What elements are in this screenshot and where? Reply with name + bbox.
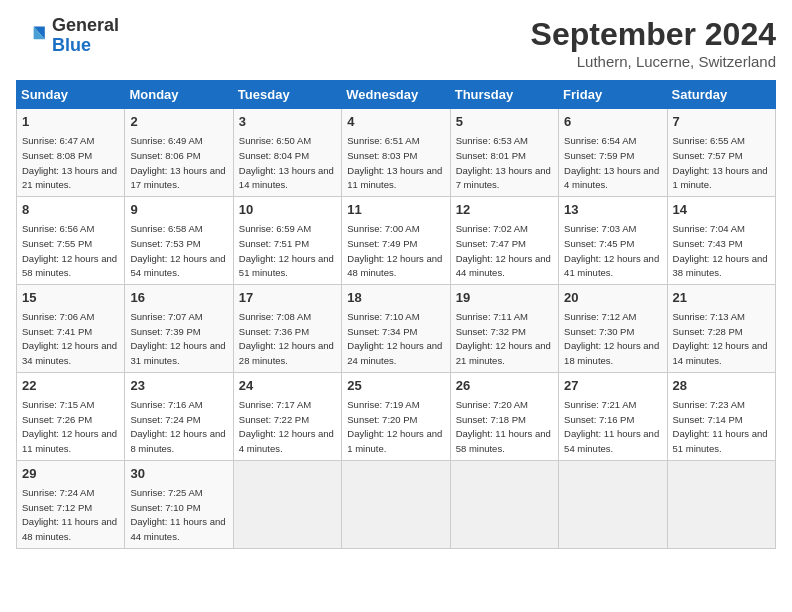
calendar-cell: 2 Sunrise: 6:49 AMSunset: 8:06 PMDayligh… — [125, 109, 233, 197]
calendar-week-1: 1 Sunrise: 6:47 AMSunset: 8:08 PMDayligh… — [17, 109, 776, 197]
cell-info: Sunrise: 7:23 AMSunset: 7:14 PMDaylight:… — [673, 399, 768, 454]
day-number: 30 — [130, 465, 227, 483]
cell-info: Sunrise: 6:58 AMSunset: 7:53 PMDaylight:… — [130, 223, 225, 278]
cell-info: Sunrise: 7:03 AMSunset: 7:45 PMDaylight:… — [564, 223, 659, 278]
calendar-cell: 1 Sunrise: 6:47 AMSunset: 8:08 PMDayligh… — [17, 109, 125, 197]
day-number: 13 — [564, 201, 661, 219]
day-number: 23 — [130, 377, 227, 395]
cell-info: Sunrise: 7:25 AMSunset: 7:10 PMDaylight:… — [130, 487, 225, 542]
day-number: 11 — [347, 201, 444, 219]
cell-info: Sunrise: 7:00 AMSunset: 7:49 PMDaylight:… — [347, 223, 442, 278]
cell-info: Sunrise: 6:47 AMSunset: 8:08 PMDaylight:… — [22, 135, 117, 190]
day-number: 14 — [673, 201, 770, 219]
month-title: September 2024 — [531, 16, 776, 53]
header-wednesday: Wednesday — [342, 81, 450, 109]
header-friday: Friday — [559, 81, 667, 109]
cell-info: Sunrise: 7:07 AMSunset: 7:39 PMDaylight:… — [130, 311, 225, 366]
calendar-cell: 14 Sunrise: 7:04 AMSunset: 7:43 PMDaylig… — [667, 196, 775, 284]
cell-info: Sunrise: 7:21 AMSunset: 7:16 PMDaylight:… — [564, 399, 659, 454]
cell-info: Sunrise: 6:59 AMSunset: 7:51 PMDaylight:… — [239, 223, 334, 278]
day-number: 4 — [347, 113, 444, 131]
calendar-week-5: 29 Sunrise: 7:24 AMSunset: 7:12 PMDaylig… — [17, 460, 776, 548]
cell-info: Sunrise: 7:20 AMSunset: 7:18 PMDaylight:… — [456, 399, 551, 454]
calendar-cell — [559, 460, 667, 548]
header-thursday: Thursday — [450, 81, 558, 109]
calendar-cell: 22 Sunrise: 7:15 AMSunset: 7:26 PMDaylig… — [17, 372, 125, 460]
calendar-cell: 27 Sunrise: 7:21 AMSunset: 7:16 PMDaylig… — [559, 372, 667, 460]
calendar-cell: 12 Sunrise: 7:02 AMSunset: 7:47 PMDaylig… — [450, 196, 558, 284]
calendar-cell: 10 Sunrise: 6:59 AMSunset: 7:51 PMDaylig… — [233, 196, 341, 284]
calendar-cell: 26 Sunrise: 7:20 AMSunset: 7:18 PMDaylig… — [450, 372, 558, 460]
day-number: 3 — [239, 113, 336, 131]
calendar-cell — [233, 460, 341, 548]
calendar-cell: 29 Sunrise: 7:24 AMSunset: 7:12 PMDaylig… — [17, 460, 125, 548]
calendar-cell: 3 Sunrise: 6:50 AMSunset: 8:04 PMDayligh… — [233, 109, 341, 197]
logo-text: General Blue — [52, 16, 119, 56]
calendar-cell: 9 Sunrise: 6:58 AMSunset: 7:53 PMDayligh… — [125, 196, 233, 284]
cell-info: Sunrise: 6:55 AMSunset: 7:57 PMDaylight:… — [673, 135, 768, 190]
cell-info: Sunrise: 6:51 AMSunset: 8:03 PMDaylight:… — [347, 135, 442, 190]
calendar-cell: 8 Sunrise: 6:56 AMSunset: 7:55 PMDayligh… — [17, 196, 125, 284]
calendar-cell: 15 Sunrise: 7:06 AMSunset: 7:41 PMDaylig… — [17, 284, 125, 372]
calendar-cell — [450, 460, 558, 548]
logo-general: General — [52, 16, 119, 36]
day-number: 29 — [22, 465, 119, 483]
day-number: 26 — [456, 377, 553, 395]
day-number: 12 — [456, 201, 553, 219]
day-number: 25 — [347, 377, 444, 395]
cell-info: Sunrise: 7:16 AMSunset: 7:24 PMDaylight:… — [130, 399, 225, 454]
logo: General Blue — [16, 16, 119, 56]
day-number: 2 — [130, 113, 227, 131]
calendar-cell: 30 Sunrise: 7:25 AMSunset: 7:10 PMDaylig… — [125, 460, 233, 548]
calendar-cell: 23 Sunrise: 7:16 AMSunset: 7:24 PMDaylig… — [125, 372, 233, 460]
page-header: General Blue September 2024 Luthern, Luc… — [16, 16, 776, 70]
day-number: 17 — [239, 289, 336, 307]
logo-icon — [16, 20, 48, 52]
day-number: 15 — [22, 289, 119, 307]
day-number: 28 — [673, 377, 770, 395]
cell-info: Sunrise: 7:02 AMSunset: 7:47 PMDaylight:… — [456, 223, 551, 278]
day-number: 19 — [456, 289, 553, 307]
calendar-cell: 16 Sunrise: 7:07 AMSunset: 7:39 PMDaylig… — [125, 284, 233, 372]
header-monday: Monday — [125, 81, 233, 109]
day-number: 1 — [22, 113, 119, 131]
calendar-week-3: 15 Sunrise: 7:06 AMSunset: 7:41 PMDaylig… — [17, 284, 776, 372]
calendar-table: SundayMondayTuesdayWednesdayThursdayFrid… — [16, 80, 776, 549]
day-number: 18 — [347, 289, 444, 307]
calendar-cell — [342, 460, 450, 548]
calendar-cell: 25 Sunrise: 7:19 AMSunset: 7:20 PMDaylig… — [342, 372, 450, 460]
location: Luthern, Lucerne, Switzerland — [531, 53, 776, 70]
calendar-cell: 24 Sunrise: 7:17 AMSunset: 7:22 PMDaylig… — [233, 372, 341, 460]
calendar-cell: 5 Sunrise: 6:53 AMSunset: 8:01 PMDayligh… — [450, 109, 558, 197]
day-number: 22 — [22, 377, 119, 395]
cell-info: Sunrise: 7:11 AMSunset: 7:32 PMDaylight:… — [456, 311, 551, 366]
cell-info: Sunrise: 7:13 AMSunset: 7:28 PMDaylight:… — [673, 311, 768, 366]
cell-info: Sunrise: 7:17 AMSunset: 7:22 PMDaylight:… — [239, 399, 334, 454]
cell-info: Sunrise: 7:24 AMSunset: 7:12 PMDaylight:… — [22, 487, 117, 542]
logo-blue: Blue — [52, 36, 119, 56]
cell-info: Sunrise: 7:10 AMSunset: 7:34 PMDaylight:… — [347, 311, 442, 366]
cell-info: Sunrise: 6:50 AMSunset: 8:04 PMDaylight:… — [239, 135, 334, 190]
calendar-header-row: SundayMondayTuesdayWednesdayThursdayFrid… — [17, 81, 776, 109]
day-number: 9 — [130, 201, 227, 219]
day-number: 21 — [673, 289, 770, 307]
calendar-week-4: 22 Sunrise: 7:15 AMSunset: 7:26 PMDaylig… — [17, 372, 776, 460]
day-number: 20 — [564, 289, 661, 307]
calendar-cell: 20 Sunrise: 7:12 AMSunset: 7:30 PMDaylig… — [559, 284, 667, 372]
header-sunday: Sunday — [17, 81, 125, 109]
calendar-cell: 18 Sunrise: 7:10 AMSunset: 7:34 PMDaylig… — [342, 284, 450, 372]
cell-info: Sunrise: 7:19 AMSunset: 7:20 PMDaylight:… — [347, 399, 442, 454]
cell-info: Sunrise: 7:12 AMSunset: 7:30 PMDaylight:… — [564, 311, 659, 366]
cell-info: Sunrise: 6:53 AMSunset: 8:01 PMDaylight:… — [456, 135, 551, 190]
cell-info: Sunrise: 6:54 AMSunset: 7:59 PMDaylight:… — [564, 135, 659, 190]
calendar-cell: 19 Sunrise: 7:11 AMSunset: 7:32 PMDaylig… — [450, 284, 558, 372]
day-number: 8 — [22, 201, 119, 219]
calendar-cell: 11 Sunrise: 7:00 AMSunset: 7:49 PMDaylig… — [342, 196, 450, 284]
cell-info: Sunrise: 7:15 AMSunset: 7:26 PMDaylight:… — [22, 399, 117, 454]
header-saturday: Saturday — [667, 81, 775, 109]
calendar-cell: 4 Sunrise: 6:51 AMSunset: 8:03 PMDayligh… — [342, 109, 450, 197]
calendar-cell: 6 Sunrise: 6:54 AMSunset: 7:59 PMDayligh… — [559, 109, 667, 197]
cell-info: Sunrise: 6:56 AMSunset: 7:55 PMDaylight:… — [22, 223, 117, 278]
day-number: 7 — [673, 113, 770, 131]
day-number: 27 — [564, 377, 661, 395]
